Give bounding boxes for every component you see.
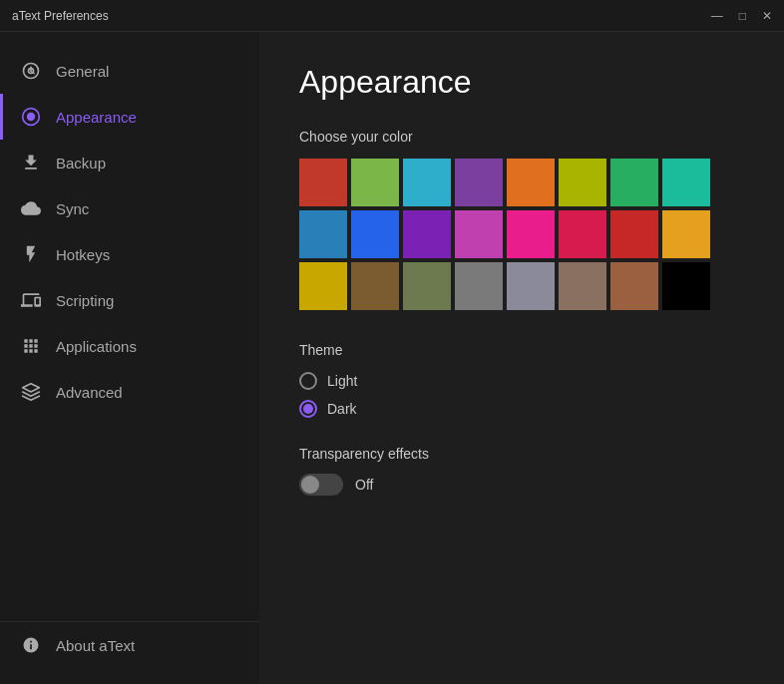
title-bar: aText Preferences — □ ✕ <box>0 0 784 32</box>
appearance-icon <box>20 106 42 128</box>
applications-icon <box>20 335 42 357</box>
color-swatch[interactable] <box>662 159 710 206</box>
color-swatch[interactable] <box>662 210 710 258</box>
sync-icon <box>20 197 42 219</box>
theme-radio-group: Light Dark <box>299 372 744 418</box>
theme-label: Theme <box>299 342 744 358</box>
color-swatch[interactable] <box>299 159 347 206</box>
light-radio-outer <box>299 372 317 390</box>
color-swatch[interactable] <box>351 262 399 310</box>
transparency-label: Transparency effects <box>299 446 744 462</box>
sidebar: General Appearance Backup <box>0 32 259 684</box>
appearance-label: Appearance <box>56 109 137 126</box>
minimize-button[interactable]: — <box>711 9 723 23</box>
color-swatch[interactable] <box>559 159 606 206</box>
color-swatch[interactable] <box>403 210 451 258</box>
color-swatch[interactable] <box>299 262 347 310</box>
toggle-thumb <box>301 476 319 494</box>
general-label: General <box>56 63 109 80</box>
light-radio-label: Light <box>327 373 357 389</box>
about-icon <box>20 634 42 656</box>
hotkeys-label: Hotkeys <box>56 246 110 263</box>
toggle-state-label: Off <box>355 477 373 493</box>
sidebar-item-backup[interactable]: Backup <box>0 140 259 185</box>
hotkeys-icon <box>20 243 42 265</box>
theme-section: Theme Light Dark <box>299 342 744 418</box>
sidebar-item-hotkeys[interactable]: Hotkeys <box>0 231 259 277</box>
window-controls: — □ ✕ <box>711 9 772 23</box>
theme-dark-option[interactable]: Dark <box>299 400 744 418</box>
color-swatch[interactable] <box>455 262 503 310</box>
color-swatch[interactable] <box>559 262 606 310</box>
svg-point-1 <box>27 113 35 121</box>
transparency-section: Transparency effects Off <box>299 446 744 496</box>
color-swatch[interactable] <box>403 159 451 206</box>
color-swatch[interactable] <box>507 262 555 310</box>
color-swatch[interactable] <box>299 210 347 258</box>
color-swatch[interactable] <box>351 159 399 206</box>
theme-light-option[interactable]: Light <box>299 372 744 390</box>
sync-label: Sync <box>56 200 89 217</box>
sidebar-item-general[interactable]: General <box>0 48 259 94</box>
about-label: About aText <box>56 637 135 654</box>
color-swatch[interactable] <box>610 210 658 258</box>
color-swatch[interactable] <box>507 210 555 258</box>
sidebar-item-advanced[interactable]: Advanced <box>0 369 259 415</box>
app-container: General Appearance Backup <box>0 32 784 684</box>
main-content: Appearance Choose your color Theme Light <box>259 32 784 684</box>
sidebar-item-appearance[interactable]: Appearance <box>0 94 259 140</box>
close-button[interactable]: ✕ <box>762 9 772 23</box>
color-swatch[interactable] <box>559 210 606 258</box>
page-title: Appearance <box>299 64 744 101</box>
scripting-label: Scripting <box>56 292 114 309</box>
sidebar-item-applications[interactable]: Applications <box>0 323 259 369</box>
window-title: aText Preferences <box>12 9 109 23</box>
color-swatch[interactable] <box>455 210 503 258</box>
transparency-toggle[interactable] <box>299 474 343 496</box>
color-section: Choose your color <box>299 129 744 310</box>
sidebar-item-about[interactable]: About aText <box>0 622 259 668</box>
scripting-icon <box>20 289 42 311</box>
applications-label: Applications <box>56 338 137 355</box>
general-icon <box>20 60 42 82</box>
maximize-button[interactable]: □ <box>739 9 746 23</box>
backup-icon <box>20 152 42 173</box>
color-swatch[interactable] <box>403 262 451 310</box>
color-swatch[interactable] <box>351 210 399 258</box>
color-swatch[interactable] <box>610 159 658 206</box>
sidebar-item-scripting[interactable]: Scripting <box>0 277 259 323</box>
color-swatch[interactable] <box>662 262 710 310</box>
sidebar-bottom: About aText <box>0 621 259 668</box>
color-grid <box>299 159 744 310</box>
backup-label: Backup <box>56 155 106 171</box>
color-swatch[interactable] <box>610 262 658 310</box>
color-swatch[interactable] <box>455 159 503 206</box>
toggle-row: Off <box>299 474 744 496</box>
dark-radio-label: Dark <box>327 401 357 417</box>
color-swatch[interactable] <box>507 159 555 206</box>
dark-radio-inner <box>303 404 313 414</box>
color-section-label: Choose your color <box>299 129 744 145</box>
advanced-icon <box>20 381 42 403</box>
dark-radio-outer <box>299 400 317 418</box>
sidebar-item-sync[interactable]: Sync <box>0 185 259 231</box>
advanced-label: Advanced <box>56 384 123 401</box>
